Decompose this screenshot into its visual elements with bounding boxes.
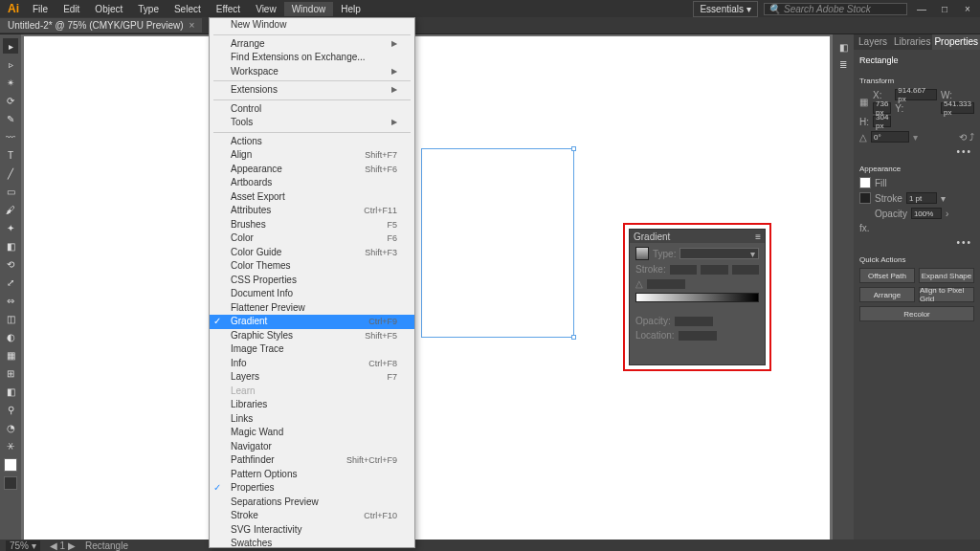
panel-tab-libraries[interactable]: Libraries <box>892 34 932 50</box>
stroke-swatch-button[interactable] <box>859 192 871 204</box>
qa-align-to-pixel-grid[interactable]: Align to Pixel Grid <box>919 287 974 302</box>
selection-tool[interactable]: ▸ <box>3 38 18 54</box>
shaper-tool[interactable]: ✦ <box>3 220 18 235</box>
gradient-panel[interactable]: Gradient ≡ Type: ▾ Stroke: <box>629 229 766 365</box>
menu-item-appearance[interactable]: AppearanceShift+F6 <box>210 163 414 177</box>
menu-item-attributes[interactable]: AttributesCtrl+F11 <box>210 204 414 218</box>
line-tool[interactable]: ╱ <box>3 165 18 181</box>
eyedropper-tool[interactable]: ⚲ <box>3 402 18 417</box>
canvas-area[interactable]: Gradient ≡ Type: ▾ Stroke: <box>21 34 833 541</box>
menu-item-links[interactable]: Links <box>210 412 414 427</box>
x-input[interactable]: 914.667 px <box>895 89 937 100</box>
menu-item-new-window[interactable]: New Window <box>210 18 414 33</box>
fill-swatch[interactable] <box>4 458 17 472</box>
zoom-select[interactable]: 75% ▾ <box>6 540 40 551</box>
stroke-type-2[interactable] <box>701 265 727 275</box>
rotate-tool[interactable]: ⟲ <box>3 256 18 272</box>
stroke-swatch[interactable] <box>4 476 17 490</box>
gradient-stop-opacity[interactable] <box>675 317 713 326</box>
menu-item-color-guide[interactable]: Color GuideShift+F3 <box>210 246 414 260</box>
menu-item-separations-preview[interactable]: Separations Preview <box>210 496 414 510</box>
document-tab[interactable]: Untitled-2* @ 75% (CMYK/GPU Preview) × <box>0 18 202 33</box>
panel-tab-layers[interactable]: Layers <box>854 34 892 50</box>
gradient-stop-location[interactable] <box>679 331 717 341</box>
menu-item-properties[interactable]: ✓Properties <box>210 481 414 496</box>
stroke-type-1[interactable] <box>670 265 697 275</box>
magic-wand-tool[interactable]: ✴ <box>3 75 18 90</box>
angle-input[interactable]: 0° <box>871 131 909 143</box>
menu-item-artboards[interactable]: Artboards <box>210 176 414 190</box>
artboard-nav[interactable]: ◀ 1 ▶ <box>50 540 76 551</box>
menu-item-color-themes[interactable]: Color Themes <box>210 259 414 274</box>
menu-item-document-info[interactable]: Document Info <box>210 287 414 301</box>
menu-edit[interactable]: Edit <box>56 2 87 16</box>
stroke-type-3[interactable] <box>732 265 759 275</box>
maximize-button[interactable]: □ <box>936 3 953 14</box>
menu-item-pattern-options[interactable]: Pattern Options <box>210 468 414 482</box>
fill-swatch-button[interactable] <box>859 177 871 188</box>
y-input[interactable]: 541.333 px <box>941 102 974 114</box>
menu-item-svg-interactivity[interactable]: SVG Interactivity <box>210 523 414 538</box>
gradient-slider[interactable] <box>635 293 759 302</box>
gradient-type-select[interactable]: ▾ <box>679 248 759 259</box>
curvature-tool[interactable]: 〰 <box>3 129 18 144</box>
menu-effect[interactable]: Effect <box>209 2 248 16</box>
menu-item-brushes[interactable]: BrushesF5 <box>210 218 414 232</box>
menu-help[interactable]: Help <box>333 2 368 16</box>
paintbrush-tool[interactable]: 🖌 <box>3 202 18 217</box>
menu-item-navigator[interactable]: Navigator <box>210 440 414 454</box>
h-input[interactable]: 304 px <box>873 116 891 127</box>
menu-item-swatches[interactable]: Swatches <box>210 537 414 548</box>
stroke-weight-input[interactable]: 1 pt <box>906 192 937 204</box>
menu-type[interactable]: Type <box>130 2 167 16</box>
menu-item-extensions[interactable]: Extensions▶ <box>210 83 414 98</box>
menu-item-css-properties[interactable]: CSS Properties <box>210 274 414 288</box>
menu-item-magic-wand[interactable]: Magic Wand <box>210 426 414 440</box>
menu-item-align[interactable]: AlignShift+F7 <box>210 148 414 163</box>
menu-window[interactable]: Window <box>284 2 334 16</box>
menu-item-layers[interactable]: LayersF7 <box>210 370 414 385</box>
menu-view[interactable]: View <box>248 2 284 16</box>
transform-more[interactable]: ••• <box>859 146 974 157</box>
ref-point-icon[interactable]: ▦ <box>859 97 869 107</box>
selected-rectangle[interactable] <box>421 148 574 338</box>
menu-item-workspace[interactable]: Workspace▶ <box>210 65 414 79</box>
menu-item-pathfinder[interactable]: PathfinderShift+Ctrl+F9 <box>210 453 414 468</box>
menu-item-actions[interactable]: Actions <box>210 135 414 149</box>
menu-object[interactable]: Object <box>87 2 130 16</box>
panel-tab-properties[interactable]: Properties <box>932 34 980 50</box>
qa-offset-path[interactable]: Offset Path <box>859 268 915 283</box>
menu-item-find-extensions-on-exchange-[interactable]: Find Extensions on Exchange... <box>210 51 414 65</box>
menu-select[interactable]: Select <box>167 2 209 16</box>
menu-item-graphic-styles[interactable]: Graphic StylesShift+F5 <box>210 329 414 343</box>
menu-file[interactable]: File <box>25 2 56 16</box>
shape-builder-tool[interactable]: ◐ <box>3 329 18 344</box>
menu-item-gradient[interactable]: ✓GradientCtrl+F9 <box>210 315 414 329</box>
mesh-tool[interactable]: ⊞ <box>3 365 18 381</box>
scale-tool[interactable]: ⤢ <box>3 275 18 290</box>
gradient-tool[interactable]: ◧ <box>3 384 18 399</box>
qa-recolor[interactable]: Recolor <box>859 306 974 321</box>
menu-item-flattener-preview[interactable]: Flattener Preview <box>210 301 414 316</box>
pen-tool[interactable]: ✎ <box>3 111 18 126</box>
width-tool[interactable]: ⇔ <box>3 293 18 308</box>
search-stock-input[interactable]: 🔍 Search Adobe Stock <box>764 3 907 15</box>
menu-item-image-trace[interactable]: Image Trace <box>210 342 414 357</box>
appearance-more[interactable]: ••• <box>859 237 974 248</box>
gradient-preview-swatch[interactable] <box>635 247 649 260</box>
fx-icon[interactable]: fx. <box>859 223 870 233</box>
type-tool[interactable]: T <box>3 147 18 163</box>
close-button[interactable]: × <box>959 3 976 14</box>
symbol-sprayer-tool[interactable]: ⚹ <box>3 438 18 453</box>
qa-arrange[interactable]: Arrange <box>859 287 915 302</box>
menu-item-control[interactable]: Control <box>210 102 414 117</box>
perspective-tool[interactable]: ▦ <box>3 347 18 363</box>
qa-expand-shape[interactable]: Expand Shape <box>919 268 974 283</box>
dock-layers-icon[interactable]: ≣ <box>836 57 850 71</box>
direct-selection-tool[interactable]: ▹ <box>3 56 18 72</box>
menu-item-stroke[interactable]: StrokeCtrl+F10 <box>210 509 414 523</box>
window-menu[interactable]: New WindowArrange▶Find Extensions on Exc… <box>209 17 415 548</box>
workspace-switcher[interactable]: Essentials▾ <box>693 1 758 17</box>
blend-tool[interactable]: ◔ <box>3 420 18 435</box>
menu-item-color[interactable]: ColorF6 <box>210 231 414 246</box>
